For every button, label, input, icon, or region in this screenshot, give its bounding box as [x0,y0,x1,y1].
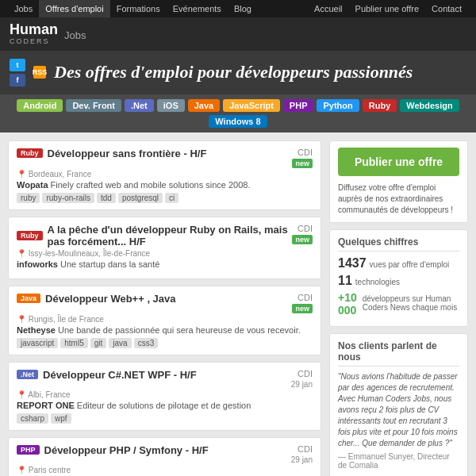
logo-jobs: Jobs [64,29,86,41]
job-location: 📍 Bordeaux, France [17,170,313,178]
nav-evenements[interactable]: Evénements [167,0,228,17]
facebook-button[interactable]: f [10,74,25,86]
rss-icon[interactable]: RSS [33,66,46,79]
job-type: CDI [298,293,313,302]
tag-ruby[interactable]: Ruby [363,99,397,112]
job-location: 📍 Issy-les-Moulineaux, Île-de-France [17,249,313,258]
job-badge: .Net [17,370,38,379]
nav-contact[interactable]: Contact [425,0,468,17]
job-company: REPORT ONE Editeur de solutions de pilot… [17,401,313,410]
job-tag[interactable]: postgresql [118,193,163,203]
stat-row-3: +10 000 développeurs sur Human Coders Ne… [338,291,459,317]
job-location: 📍 Rungis, Île de France [17,315,313,324]
banner: t f RSS Des offres d'emploi pour dévelop… [0,51,476,94]
job-badge: Ruby [17,148,43,158]
testimonial-1: "Nous avions l'habitude de passer par de… [338,371,459,449]
tag-webdesign[interactable]: Webdesign [400,99,459,112]
job-tag[interactable]: tdd [97,193,116,203]
job-tag[interactable]: css3 [134,338,159,348]
nav-publier[interactable]: Publier une offre [349,0,426,17]
job-tag[interactable]: ruby-on-rails [42,193,94,203]
publish-button[interactable]: Publier une offre [338,148,459,176]
stat-row-1: 1437 vues par offre d'emploi [338,256,459,271]
tag-ios[interactable]: iOS [157,99,185,112]
publish-desc: Diffusez votre offre d'emploi auprès de … [338,182,459,216]
job-tag[interactable]: javascript [17,338,58,348]
tag-android[interactable]: Android [17,99,63,112]
job-tags: ruby ruby-on-rails tdd postgresql ci [17,193,313,203]
tag-java[interactable]: Java [188,99,220,112]
tag-net[interactable]: .Net [125,99,154,112]
job-date: 29 jan [291,455,313,464]
clients-title: Nos clients parlent de nous [338,340,459,367]
logo-bar: Human CODERS Jobs [0,17,476,51]
job-title[interactable]: Développeur C#.NET WPF - H/F [43,369,197,381]
stats-card: Quelques chiffres 1437 vues par offre d'… [329,229,468,327]
job-tag[interactable]: git [90,338,107,348]
nav-top: Jobs Offres d'emploi Formations Evénemen… [0,0,476,17]
logo-coders: CODERS [10,38,58,46]
tag-devfront[interactable]: Dev. Front [66,99,121,112]
right-col: Publier une offre Diffusez votre offre d… [329,140,468,476]
tag-javascript[interactable]: JavaScript [223,99,280,112]
tag-python[interactable]: Python [317,99,359,112]
job-type: CDI [298,369,313,378]
job-tags: javascript html5 git java css3 [17,338,313,348]
job-company: Netheyse Une bande de passionnée qui ser… [17,325,313,335]
job-title[interactable]: A la pêche d'un développeur Ruby on Rail… [48,224,293,248]
job-tag[interactable]: java [109,338,131,348]
stats-title: Quelques chiffres [338,236,459,251]
job-tag[interactable]: csharp [17,413,48,424]
job-tag[interactable]: ci [165,193,178,203]
job-tag[interactable]: wpf [51,413,71,424]
job-card: Ruby Développeur sans frontière - H/F CD… [8,140,321,210]
job-badge: Ruby [17,231,43,240]
job-title[interactable]: Développeur sans frontière - H/F [48,148,207,159]
job-title[interactable]: Développeur Web++ , Java [45,293,176,305]
job-tag[interactable]: ruby [17,193,40,203]
stat-number-1: 1437 [338,256,367,271]
logo-human-coders: Human CODERS [10,22,58,46]
testimonial-author-1: — Emmanuel Sunyer, Directeur de Comalia [338,452,459,470]
job-type: CDI [298,224,313,233]
banner-title: Des offres d'emploi pour développeurs pa… [54,62,413,83]
nav-blog[interactable]: Blog [228,0,258,17]
tag-php[interactable]: PHP [283,99,314,112]
stat-label-2: technologies [355,278,400,286]
job-card: Java Développeur Web++ , Java CDI new 📍 … [8,286,321,355]
job-company: Wopata Finely crafted web and mobile sol… [17,180,313,190]
job-new-badge: new [292,159,313,168]
job-location: 📍 Albi, France [17,390,313,399]
social-buttons: t f [10,59,25,86]
job-company: infoworks Une startup dans la santé [17,259,313,269]
job-list: Ruby Développeur sans frontière - H/F CD… [8,140,321,476]
stat-number-2: 11 [338,274,352,288]
job-card: .Net Développeur C#.NET WPF - H/F CDI 29… [8,362,321,431]
nav-offres[interactable]: Offres d'emploi [39,0,109,17]
job-title[interactable]: Développeur PHP / Symfony - H/F [44,444,209,456]
twitter-button[interactable]: t [10,59,25,71]
stat-label-1: vues par offre d'emploi [370,260,450,269]
nav-accueil[interactable]: Accueil [308,0,348,17]
job-tag[interactable]: html5 [60,338,87,348]
job-new-badge: new [292,304,313,313]
job-card: PHP Développeur PHP / Symfony - H/F CDI … [8,437,321,476]
stat-label-3: développeurs sur Human Coders News chaqu… [363,294,459,312]
logo-human: Human [10,22,58,38]
job-type: CDI [298,444,313,454]
stat-row-2: 11 technologies [338,274,459,288]
logo: Human CODERS Jobs [10,22,86,46]
job-badge: Java [17,294,40,303]
nav-formations[interactable]: Formations [110,0,167,17]
testimonials-card: Nos clients parlent de nous "Nous avions… [329,333,468,476]
job-new-badge: new [292,235,313,244]
job-tags: csharp wpf [17,413,313,424]
nav-jobs[interactable]: Jobs [8,0,39,17]
tags-bar: Android Dev. Front .Net iOS Java JavaScr… [0,94,476,132]
header: Jobs Offres d'emploi Formations Evénemen… [0,0,476,51]
job-card: Ruby A la pêche d'un développeur Ruby on… [8,217,321,279]
job-type: CDI [298,148,313,157]
job-badge: PHP [17,445,40,455]
tag-win8[interactable]: Windows 8 [209,115,267,128]
job-date: 29 jan [291,380,313,389]
